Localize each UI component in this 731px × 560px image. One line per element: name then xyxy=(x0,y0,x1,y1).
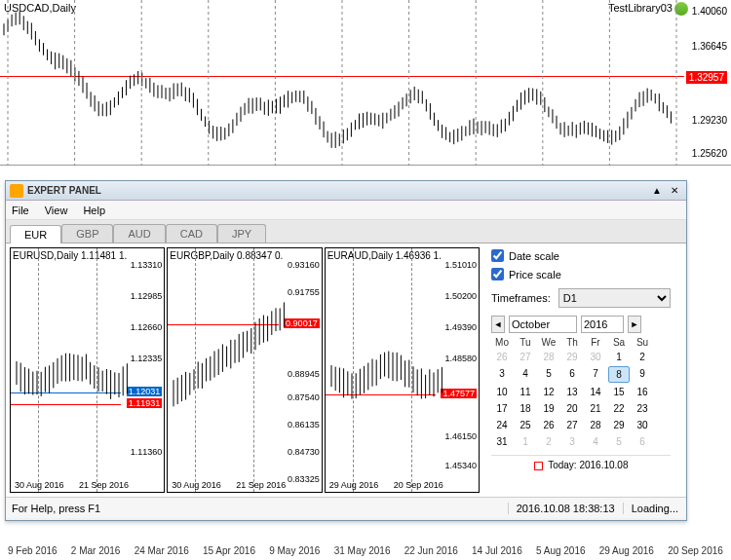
cal-day[interactable]: 11 xyxy=(515,385,536,399)
cal-day[interactable]: 17 xyxy=(491,401,513,416)
panel-icon xyxy=(10,184,23,198)
tab-cad[interactable]: CAD xyxy=(166,224,217,243)
cal-day[interactable]: 22 xyxy=(608,401,630,416)
cal-day[interactable]: 2 xyxy=(632,350,653,364)
side-panel: Date scale Price scale Timeframes: D1 ◄ … xyxy=(483,243,678,497)
cal-day[interactable]: 29 xyxy=(608,418,630,432)
menu-view[interactable]: View xyxy=(45,205,68,216)
cal-day[interactable]: 20 xyxy=(561,401,583,416)
cal-day[interactable]: 6 xyxy=(561,366,583,383)
cal-day[interactable]: 6 xyxy=(632,434,653,449)
cal-day[interactable]: 3 xyxy=(491,366,513,383)
cal-day[interactable]: 12 xyxy=(538,385,559,399)
cal-day[interactable]: 13 xyxy=(561,385,583,399)
panel-statusbar: For Help, press F1 2016.10.08 18:38:13 L… xyxy=(6,497,686,518)
cal-day[interactable]: 28 xyxy=(538,350,559,364)
tab-aud[interactable]: AUD xyxy=(113,224,165,243)
cal-day[interactable]: 30 xyxy=(585,350,606,364)
cal-next-button[interactable]: ► xyxy=(628,316,641,333)
cal-day[interactable]: 26 xyxy=(491,350,513,364)
cal-day[interactable]: 15 xyxy=(608,385,630,399)
minimize-button[interactable]: ▲ xyxy=(649,184,665,198)
cal-day[interactable]: 31 xyxy=(491,434,513,449)
date-scale-checkbox[interactable] xyxy=(491,249,504,262)
main-chart[interactable]: USDCAD,Daily TestLibrary03 1.400601.3664… xyxy=(0,0,731,166)
status-help: For Help, press F1 xyxy=(6,503,508,514)
mini-chart-0[interactable]: EURUSD,Daily 1.11481 1.1.133101.129851.1… xyxy=(10,247,165,493)
tab-eur[interactable]: EUR xyxy=(10,225,61,243)
price-label: 1.32957 xyxy=(686,71,727,84)
cal-day[interactable]: 9 xyxy=(632,366,653,383)
cal-day[interactable]: 1 xyxy=(515,434,536,449)
cal-day[interactable]: 24 xyxy=(491,418,513,432)
cal-day[interactable]: 27 xyxy=(515,350,536,364)
panel-title: EXPERT PANEL xyxy=(27,185,647,196)
cal-day[interactable]: 25 xyxy=(515,418,536,432)
cal-day[interactable]: 3 xyxy=(561,434,583,449)
today-marker-icon xyxy=(534,462,543,470)
cal-day[interactable]: 5 xyxy=(538,366,559,383)
cal-today-link[interactable]: Today: 2016.10.08 xyxy=(491,455,671,470)
price-scale-option[interactable]: Price scale xyxy=(491,268,671,280)
mini-chart-1[interactable]: EURGBP,Daily 0.88347 0.0.931600.917550.8… xyxy=(167,247,322,493)
cal-day[interactable]: 21 xyxy=(585,401,606,416)
panel-titlebar[interactable]: EXPERT PANEL ▲ ✕ xyxy=(6,181,686,201)
cal-month-select[interactable] xyxy=(509,316,577,333)
cal-day[interactable]: 30 xyxy=(632,418,653,432)
cal-day[interactable]: 8 xyxy=(608,366,630,383)
cal-day[interactable]: 16 xyxy=(632,385,653,399)
cal-day[interactable]: 28 xyxy=(585,418,606,432)
tab-jpy[interactable]: JPY xyxy=(217,224,266,243)
cal-day[interactable]: 18 xyxy=(515,401,536,416)
cal-day[interactable]: 5 xyxy=(608,434,630,449)
price-scale-checkbox[interactable] xyxy=(491,268,504,280)
mini-chart-2[interactable]: EURAUD,Daily 1.46936 1.1.510101.502001.4… xyxy=(325,247,480,493)
cal-day[interactable]: 4 xyxy=(585,434,606,449)
cal-day[interactable]: 23 xyxy=(632,401,653,416)
status-loading: Loading... xyxy=(623,503,686,514)
cal-day[interactable]: 14 xyxy=(585,385,606,399)
timeframe-select[interactable]: D1 xyxy=(558,288,671,308)
menu-help[interactable]: Help xyxy=(83,205,105,216)
status-time: 2016.10.08 18:38:13 xyxy=(508,503,623,514)
expert-panel: EXPERT PANEL ▲ ✕ File View Help EURGBPAU… xyxy=(5,180,687,521)
panel-menubar: File View Help xyxy=(6,201,686,220)
cal-day[interactable]: 19 xyxy=(538,401,559,416)
cal-day[interactable]: 10 xyxy=(491,385,513,399)
cal-day[interactable]: 4 xyxy=(515,366,536,383)
cal-day[interactable]: 26 xyxy=(538,418,559,432)
date-scale-option[interactable]: Date scale xyxy=(491,249,671,262)
menu-file[interactable]: File xyxy=(12,205,29,216)
cal-day[interactable]: 2 xyxy=(538,434,559,449)
mini-charts: EURUSD,Daily 1.11481 1.1.133101.129851.1… xyxy=(6,243,483,497)
panel-tabs: EURGBPAUDCADJPY xyxy=(6,220,686,243)
main-chart-xaxis: 9 Feb 20162 Mar 201624 Mar 201615 Apr 20… xyxy=(0,545,731,556)
close-button[interactable]: ✕ xyxy=(667,184,682,198)
timeframes-label: Timeframes: xyxy=(491,292,551,304)
cal-prev-button[interactable]: ◄ xyxy=(491,316,505,333)
cal-day[interactable]: 1 xyxy=(608,350,630,364)
calendar-grid: MoTuWeThFrSaSu26272829301234567891011121… xyxy=(491,337,671,449)
cal-day[interactable]: 7 xyxy=(585,366,606,383)
cal-day[interactable]: 27 xyxy=(561,418,583,432)
tab-gbp[interactable]: GBP xyxy=(61,224,113,243)
cal-day[interactable]: 29 xyxy=(561,350,583,364)
main-chart-bars xyxy=(0,0,684,166)
cal-year-select[interactable] xyxy=(581,316,624,333)
